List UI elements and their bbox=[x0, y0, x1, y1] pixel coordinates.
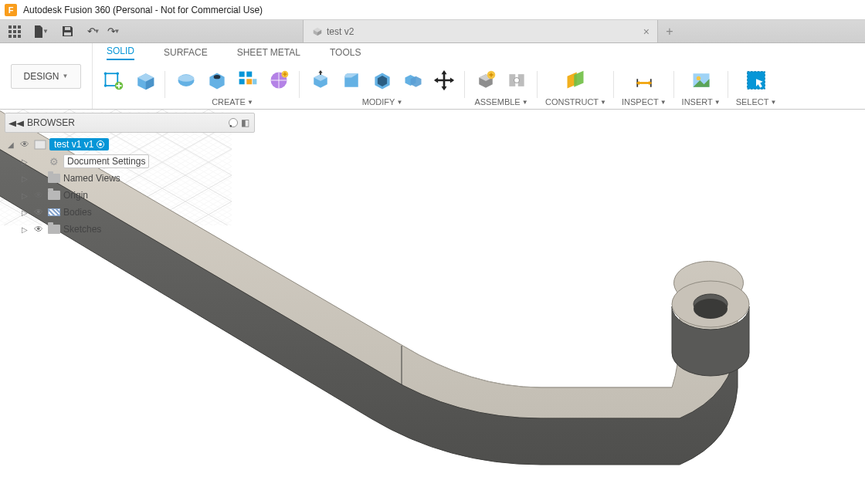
svg-marker-36 bbox=[318, 70, 322, 73]
group-label-create: CREATE▼ bbox=[212, 97, 253, 107]
twisty-icon[interactable]: ▷ bbox=[20, 208, 29, 217]
ribbon-tabs: SOLID SURFACE SHEET METAL TOOLS bbox=[93, 43, 865, 60]
construct-plane-button[interactable] bbox=[562, 67, 589, 93]
svg-marker-41 bbox=[442, 70, 447, 74]
browser-title: BROWSER bbox=[27, 117, 75, 128]
svg-rect-7 bbox=[13, 35, 16, 38]
visibility-icon[interactable]: 👁 bbox=[32, 207, 45, 218]
folder-icon bbox=[48, 224, 60, 235]
tree-item-document-settings[interactable]: ▷ ⚙ Document Settings bbox=[5, 153, 255, 170]
new-component-button[interactable] bbox=[473, 67, 499, 93]
bodies-icon bbox=[48, 207, 60, 218]
twisty-icon[interactable]: ▷ bbox=[20, 174, 29, 183]
svg-rect-30 bbox=[246, 79, 252, 84]
svg-rect-31 bbox=[253, 79, 256, 84]
move-button[interactable] bbox=[431, 67, 457, 93]
svg-rect-9 bbox=[65, 27, 70, 30]
press-pull-button[interactable] bbox=[307, 67, 334, 93]
svg-rect-3 bbox=[8, 30, 12, 33]
svg-point-26 bbox=[214, 75, 221, 79]
tree-item-sketches[interactable]: ▷ 👁 Sketches bbox=[5, 221, 255, 238]
svg-rect-27 bbox=[239, 72, 245, 77]
tab-surface[interactable]: SURFACE bbox=[164, 47, 208, 60]
cube-icon bbox=[313, 27, 322, 36]
document-tab-label: test v2 bbox=[327, 26, 354, 37]
twisty-icon[interactable]: ◢ bbox=[6, 140, 15, 149]
create-form-button[interactable] bbox=[266, 67, 292, 93]
svg-marker-42 bbox=[442, 86, 447, 90]
workspace-switcher-button[interactable]: DESIGN ▼ bbox=[11, 64, 82, 89]
measure-button[interactable] bbox=[631, 67, 657, 93]
twisty-icon[interactable]: ▷ bbox=[20, 157, 29, 166]
browser-tree: ◢ 👁 test v1 v1 ▷ ⚙ Document Settings ▷ N… bbox=[5, 136, 255, 238]
svg-rect-1 bbox=[13, 25, 16, 29]
tab-solid[interactable]: SOLID bbox=[107, 46, 134, 60]
create-sketch-button[interactable] bbox=[100, 67, 127, 93]
pin-icon[interactable]: ◧ bbox=[241, 117, 249, 128]
visibility-icon[interactable]: 👁 bbox=[19, 139, 31, 150]
visibility-icon[interactable]: 👁 bbox=[32, 224, 45, 235]
file-menu-button[interactable]: ▼ bbox=[32, 23, 49, 40]
collapse-icon[interactable]: ◀◀ bbox=[8, 119, 25, 127]
svg-point-17 bbox=[104, 84, 107, 87]
svg-marker-44 bbox=[450, 78, 454, 83]
tree-item-named-views[interactable]: ▷ Named Views bbox=[5, 170, 255, 187]
ribbon-toolbar: . CREATE▼ bbox=[93, 60, 865, 109]
group-label-insert: INSERT▼ bbox=[682, 97, 721, 107]
twisty-icon[interactable]: ▷ bbox=[20, 225, 29, 234]
combine-button[interactable] bbox=[400, 67, 426, 93]
tree-item-bodies[interactable]: ▷ 👁 Bodies bbox=[5, 204, 255, 221]
svg-rect-4 bbox=[13, 30, 16, 33]
panel-options-icon[interactable] bbox=[229, 118, 238, 127]
svg-point-15 bbox=[104, 73, 107, 76]
folder-icon bbox=[48, 190, 60, 201]
close-icon[interactable]: × bbox=[643, 25, 650, 38]
group-label-modify: MODIFY▼ bbox=[362, 97, 403, 107]
select-button[interactable] bbox=[743, 67, 769, 93]
pattern-button[interactable] bbox=[235, 67, 261, 93]
redo-button[interactable]: ↷▼ bbox=[105, 23, 122, 40]
browser-panel: ◀◀ BROWSER ◧ ◢ 👁 test v1 v1 ▷ ⚙ Document… bbox=[5, 113, 255, 238]
folder-icon bbox=[48, 173, 60, 184]
group-label-inspect: INSPECT▼ bbox=[622, 97, 667, 107]
undo-button[interactable]: ↶▼ bbox=[85, 23, 102, 40]
visibility-icon[interactable]: 👁 bbox=[32, 190, 45, 201]
window-titlebar: F Autodesk Fusion 360 (Personal - Not fo… bbox=[0, 0, 865, 20]
tab-sheet-metal[interactable]: SHEET METAL bbox=[237, 47, 300, 60]
group-label-select: SELECT▼ bbox=[736, 97, 777, 107]
extrude-button[interactable] bbox=[131, 67, 158, 93]
svg-rect-5 bbox=[18, 30, 21, 33]
new-document-button[interactable]: + bbox=[658, 20, 681, 42]
hole-button[interactable] bbox=[204, 67, 230, 93]
twisty-icon[interactable]: ▷ bbox=[20, 191, 29, 200]
group-label-assemble: ASSEMBLE▼ bbox=[474, 97, 527, 107]
svg-rect-6 bbox=[8, 35, 12, 38]
svg-marker-43 bbox=[434, 78, 438, 83]
shell-button[interactable] bbox=[369, 67, 395, 93]
window-title: Autodesk Fusion 360 (Personal - Not for … bbox=[23, 5, 263, 15]
tree-item-label: Origin bbox=[63, 190, 88, 201]
data-panel-button[interactable] bbox=[6, 23, 23, 40]
browser-header[interactable]: ◀◀ BROWSER ◧ bbox=[5, 113, 255, 133]
svg-point-16 bbox=[117, 73, 120, 76]
active-indicator-icon bbox=[97, 140, 104, 148]
svg-point-56 bbox=[697, 76, 700, 80]
svg-rect-0 bbox=[8, 25, 12, 29]
document-tab-strip: test v2 × + bbox=[125, 20, 859, 42]
save-button[interactable] bbox=[59, 23, 76, 40]
tree-item-label: Named Views bbox=[63, 173, 120, 184]
tree-root[interactable]: ◢ 👁 test v1 v1 bbox=[5, 136, 255, 153]
group-label-construct: CONSTRUCT▼ bbox=[545, 97, 606, 107]
insert-decal-button[interactable] bbox=[688, 67, 714, 93]
revolve-button[interactable] bbox=[173, 67, 199, 93]
fillet-button[interactable] bbox=[338, 67, 365, 93]
document-tab[interactable]: test v2 × bbox=[303, 20, 658, 42]
workspace-switcher-label: DESIGN bbox=[24, 71, 59, 82]
svg-rect-8 bbox=[18, 35, 21, 38]
joint-button[interactable] bbox=[504, 67, 530, 93]
tree-item-label: Sketches bbox=[63, 224, 101, 235]
app-icon: F bbox=[5, 4, 17, 16]
tree-item-origin[interactable]: ▷ 👁 Origin bbox=[5, 187, 255, 204]
tab-tools[interactable]: TOOLS bbox=[330, 47, 361, 60]
quick-access-toolbar: ▼ ↶▼ ↷▼ test v2 × + bbox=[0, 20, 865, 43]
